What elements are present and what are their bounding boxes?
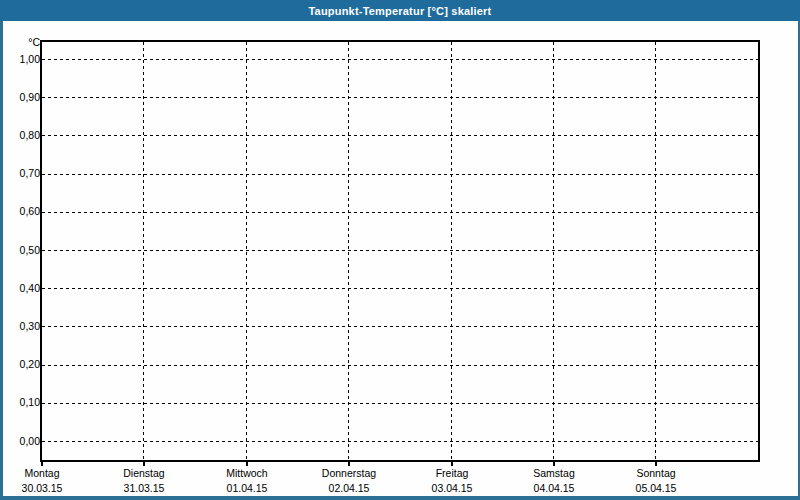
chart-canvas: °C 1,000,900,800,700,600,500,400,300,200… (3, 21, 798, 496)
x-date-label: 02.04.15 (289, 482, 409, 495)
h-gridline (42, 250, 758, 251)
h-gridline (42, 403, 758, 404)
plot-area (40, 40, 760, 462)
y-tick-label: 0,90 (3, 91, 40, 104)
x-day-label: Sonntag (596, 467, 716, 480)
app-window: Taupunkt-Temperatur [°C] skaliert °C 1,0… (0, 0, 800, 500)
y-tick-label: 0,20 (3, 358, 40, 371)
x-axis-tick (451, 462, 453, 466)
x-day-label: Dienstag (84, 467, 204, 480)
window-title: Taupunkt-Temperatur [°C] skaliert (309, 5, 492, 17)
y-tick-label: 0,50 (3, 244, 40, 257)
v-gridline (655, 42, 656, 460)
v-gridline (553, 42, 554, 460)
h-gridline (42, 326, 758, 327)
y-tick-label: 0,70 (3, 167, 40, 180)
x-axis-tick (41, 462, 43, 466)
window-title-bar: Taupunkt-Temperatur [°C] skaliert (0, 0, 800, 21)
h-gridline (42, 59, 758, 60)
y-tick-label: 0,80 (3, 129, 40, 142)
x-date-label: 05.04.15 (596, 482, 716, 495)
y-tick-label: 0,00 (3, 435, 40, 448)
x-axis-tick (655, 462, 657, 466)
h-gridline (42, 97, 758, 98)
x-axis-tick (348, 462, 350, 466)
h-gridline (42, 135, 758, 136)
x-axis-tick (143, 462, 145, 466)
h-gridline (42, 212, 758, 213)
x-axis-tick (246, 462, 248, 466)
h-gridline (42, 365, 758, 366)
v-gridline (451, 42, 452, 460)
y-axis-unit-label: °C (3, 36, 40, 49)
h-gridline (42, 288, 758, 289)
x-day-label: Donnerstag (289, 467, 409, 480)
v-gridline (246, 42, 247, 460)
x-axis-tick (553, 462, 555, 466)
h-gridline (42, 441, 758, 442)
v-gridline (143, 42, 144, 460)
h-gridline (42, 174, 758, 175)
y-tick-label: 0,10 (3, 396, 40, 409)
x-date-label: 31.03.15 (84, 482, 204, 495)
y-tick-label: 0,30 (3, 320, 40, 333)
y-tick-label: 1,00 (3, 53, 40, 66)
y-tick-label: 0,60 (3, 205, 40, 218)
y-tick-label: 0,40 (3, 282, 40, 295)
v-gridline (348, 42, 349, 460)
